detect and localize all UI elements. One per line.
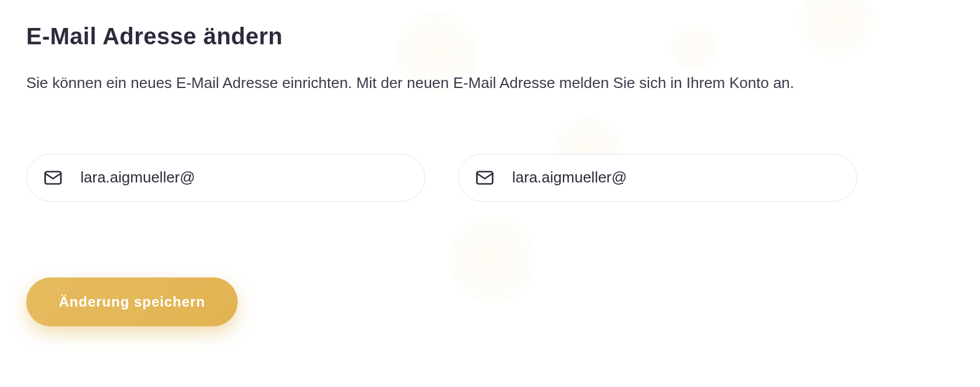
email-input-confirm[interactable] [458,154,857,202]
save-changes-button[interactable]: Änderung speichern [26,277,238,326]
email-input-primary[interactable] [26,154,425,202]
page-description: Sie können ein neues E-Mail Adresse einr… [26,71,842,96]
email-form-row [26,154,954,202]
page-title: E-Mail Adresse ändern [26,23,954,50]
email-field-wrapper [26,154,425,202]
email-confirm-field-wrapper [458,154,857,202]
